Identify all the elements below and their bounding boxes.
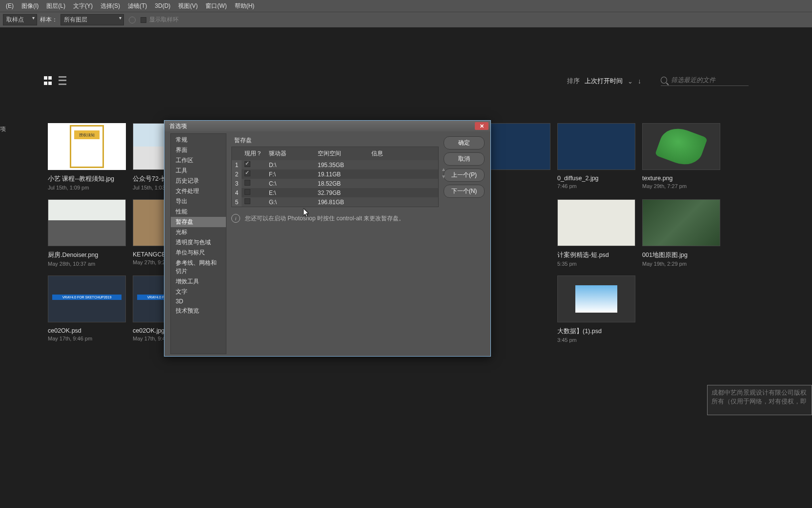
- preferences-dialog: 首选项 ✕ 常规界面工作区工具历史记录文件处理导出性能暂存盘光标透明度与色域单位…: [164, 120, 491, 357]
- pref-category[interactable]: 工作区: [171, 155, 226, 166]
- pref-category[interactable]: 光标: [171, 227, 226, 237]
- search-icon: [661, 77, 667, 84]
- show-ring-label: 显示取样环: [149, 16, 179, 24]
- panel-heading: 暂存盘: [231, 134, 439, 147]
- file-card[interactable]: texture.pngMay 29th, 7:27 pm: [642, 123, 720, 189]
- active-checkbox[interactable]: [244, 170, 250, 176]
- list-view-icon[interactable]: [59, 76, 68, 86]
- file-date: 3:45 pm: [557, 337, 635, 343]
- pref-category[interactable]: 技术预览: [171, 306, 226, 316]
- file-date: May 19th, 2:29 pm: [642, 261, 720, 267]
- chevron-down-icon: ⌄: [628, 78, 633, 85]
- pref-category[interactable]: 单位与标尺: [171, 248, 226, 258]
- recent-files-grid: [0, 91, 812, 96]
- file-date: May 29th, 7:27 pm: [642, 183, 720, 189]
- file-name: 计案例精选-短.psd: [557, 251, 635, 259]
- file-name: 0_diffuse_2.jpg: [557, 175, 635, 182]
- scratch-disk-table: 现用？驱动器空闲空间信息1D:\195.35GB2F:\19.11GB3C:\1…: [231, 147, 439, 207]
- sample-label: 样本：: [40, 16, 58, 24]
- scratch-disk-row[interactable]: 1D:\195.35GB: [232, 160, 438, 169]
- left-tab-label: 项: [0, 125, 6, 133]
- menu-item[interactable]: 视图(V): [174, 2, 202, 10]
- dialog-title: 首选项: [169, 122, 187, 130]
- menu-item[interactable]: 文字(Y): [69, 2, 97, 10]
- sort-direction-icon[interactable]: ↓: [638, 77, 641, 85]
- menu-item[interactable]: 图像(I): [18, 2, 42, 10]
- options-bar: 取样点 样本： 所有图层 显示取样环: [0, 12, 812, 27]
- watermark-box: 成都中艺尚景观设计有限公司版权所有（仅用于网络，对有侵权，即: [707, 385, 812, 415]
- show-ring-checkbox[interactable]: [141, 17, 146, 23]
- file-name: 001地图原图.jpg: [642, 251, 720, 259]
- table-header: 信息: [368, 147, 438, 160]
- scratch-disk-row[interactable]: 5G:\196.81GB: [232, 197, 438, 207]
- cancel-button[interactable]: 取消: [444, 152, 485, 166]
- preferences-sidebar: 常规界面工作区工具历史记录文件处理导出性能暂存盘光标透明度与色域单位与标尺参考线…: [170, 133, 226, 354]
- menu-item[interactable]: 帮助(H): [231, 2, 259, 10]
- pref-category[interactable]: 暂存盘: [171, 217, 226, 227]
- file-card[interactable]: 001地图原图.jpgMay 19th, 2:29 pm: [642, 199, 720, 267]
- file-card[interactable]: 0_diffuse_2.jpg7:46 pm: [557, 123, 635, 189]
- menu-item[interactable]: 图层(L): [42, 2, 69, 10]
- menu-bar: (E)图像(I)图层(L)文字(Y)选择(S)滤镜(T)3D(D)视图(V)窗口…: [0, 0, 812, 12]
- menu-item[interactable]: (E): [2, 2, 18, 9]
- menu-item[interactable]: 3D(D): [151, 2, 174, 9]
- sort-label: 排序: [567, 77, 580, 85]
- active-checkbox[interactable]: [244, 198, 250, 204]
- prev-button[interactable]: 上一个(P): [444, 169, 485, 182]
- sample-layers-select[interactable]: 所有图层: [61, 14, 124, 25]
- grid-view-icon[interactable]: [44, 76, 54, 86]
- file-card[interactable]: 计案例精选-短.psd5:35 pm: [557, 199, 635, 267]
- file-name: 大数据】(1).psd: [557, 327, 635, 336]
- pref-category[interactable]: 历史记录: [171, 176, 226, 186]
- scratch-disk-row[interactable]: 2F:\19.11GB: [232, 169, 438, 179]
- pref-category[interactable]: 透明度与色域: [171, 237, 226, 248]
- close-icon[interactable]: ✕: [475, 122, 488, 130]
- active-checkbox[interactable]: [244, 161, 250, 167]
- pref-category[interactable]: 参考线、网格和切片: [171, 258, 226, 276]
- move-up-icon[interactable]: ▲: [441, 167, 446, 172]
- next-button[interactable]: 下一个(N): [444, 185, 485, 198]
- file-date: May 28th, 10:37 am: [48, 261, 126, 267]
- file-date: Jul 15th, 1:09 pm: [48, 185, 126, 190]
- sample-mode-select[interactable]: 取样点: [3, 14, 37, 25]
- sort-control[interactable]: 排序 上次打开时间 ⌄ ↓: [567, 77, 641, 85]
- move-down-icon[interactable]: ▼: [441, 174, 446, 179]
- pref-category[interactable]: 文件处理: [171, 186, 226, 196]
- pref-category[interactable]: 增效工具: [171, 276, 226, 287]
- info-icon: i: [231, 214, 240, 223]
- table-header: 驱动器: [266, 147, 315, 160]
- file-card[interactable]: 授权须知小艺 课程--教程须知.jpgJul 15th, 1:09 pm: [48, 123, 126, 190]
- dialog-titlebar: 首选项 ✕: [164, 121, 490, 131]
- scratch-disk-row[interactable]: 4E:\32.79GB: [232, 188, 438, 197]
- file-date: 5:35 pm: [557, 261, 635, 267]
- sort-value: 上次打开时间: [585, 77, 623, 85]
- menu-item[interactable]: 滤镜(T): [124, 2, 151, 10]
- file-card[interactable]: 厨房.Denoiser.pngMay 28th, 10:37 am: [48, 199, 126, 267]
- file-card[interactable]: 大数据】(1).psd3:45 pm: [557, 275, 635, 343]
- pref-category[interactable]: 文字: [171, 287, 226, 297]
- search-input[interactable]: [671, 76, 749, 84]
- active-checkbox[interactable]: [244, 189, 250, 195]
- pref-category[interactable]: 性能: [171, 207, 226, 217]
- pref-category[interactable]: 导出: [171, 196, 226, 207]
- file-name: 厨房.Denoiser.png: [48, 251, 126, 259]
- file-date: May 17th, 9:46 pm: [48, 336, 126, 341]
- file-name: 小艺 课程--教程须知.jpg: [48, 175, 126, 183]
- pref-category[interactable]: 3D: [171, 297, 226, 306]
- pref-category[interactable]: 工具: [171, 166, 226, 176]
- menu-item[interactable]: 窗口(W): [202, 2, 230, 10]
- scratch-disk-row[interactable]: 3C:\18.52GB: [232, 179, 438, 188]
- file-card[interactable]: VRAY4.0 FOR SKETCHUP2019ce02OK.psdMay 17…: [48, 275, 126, 341]
- search-box[interactable]: [661, 76, 749, 86]
- pref-category[interactable]: 常规: [171, 135, 226, 145]
- active-checkbox[interactable]: [244, 180, 250, 186]
- sample-ring-icon: [129, 17, 136, 23]
- table-header: 现用？: [242, 147, 266, 160]
- file-date: 7:46 pm: [557, 183, 635, 189]
- pref-category[interactable]: 界面: [171, 145, 226, 155]
- file-name: ce02OK.psd: [48, 327, 126, 334]
- menu-item[interactable]: 选择(S): [97, 2, 124, 10]
- hint-text: 您还可以在启动 Photoshop 时按住 control-alt 来更改暂存盘…: [245, 214, 405, 223]
- ok-button[interactable]: 确定: [444, 136, 485, 149]
- file-name: texture.png: [642, 175, 720, 182]
